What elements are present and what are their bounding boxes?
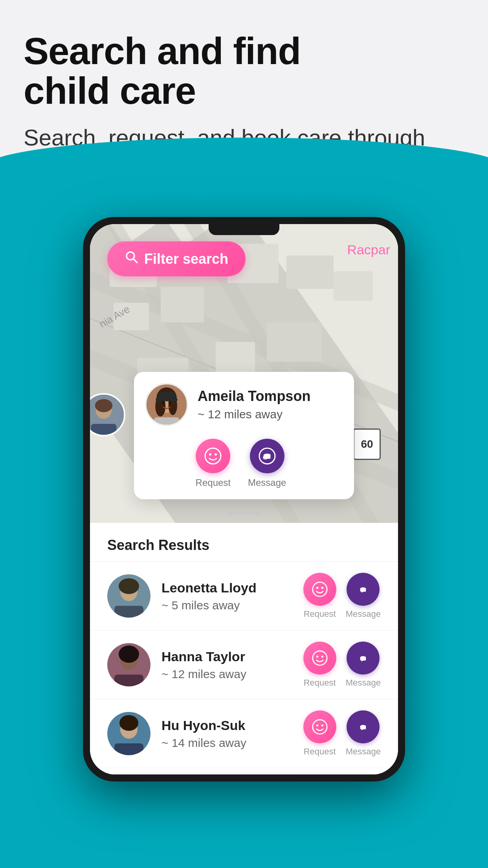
result-request-action-3: Request [303,710,336,757]
svg-rect-13 [286,256,334,289]
result-name-2: Hanna Taylor [161,649,292,664]
filter-search-button[interactable]: Filter search [107,241,246,276]
svg-point-51 [316,656,318,658]
page-wrapper: Search and find child care Search, reque… [0,0,488,868]
result-message-label-2: Message [346,678,381,688]
phone-notch [209,224,279,235]
result-name-1: Leonetta Lloyd [161,580,292,596]
svg-rect-15 [267,322,322,362]
result-avatar-2 [107,643,150,686]
results-section: Search Results Leonetta Ll [90,523,398,774]
result-actions-3: Request Message [303,710,381,757]
results-header: Search Results [90,523,398,562]
svg-point-27 [162,401,165,405]
result-message-button-1[interactable] [347,573,380,606]
result-message-action-1: Message [346,573,381,619]
result-request-action-2: Request [303,642,336,688]
main-title: Search and find child care [24,31,464,111]
popup-request-button[interactable] [196,439,230,473]
svg-point-45 [321,587,323,589]
svg-point-31 [209,453,211,456]
popup-request-label: Request [196,477,231,488]
result-name-3: Hu Hyon-Suk [161,718,292,733]
svg-point-44 [316,587,318,589]
svg-point-58 [316,725,318,726]
result-message-button-3[interactable] [347,710,380,743]
result-distance-2: ~ 12 miles away [161,668,292,681]
result-avatar-3 [107,712,150,755]
result-avatar-1 [107,574,150,618]
svg-point-57 [313,720,327,734]
svg-rect-56 [114,743,143,755]
svg-point-43 [313,582,327,596]
result-request-button-3[interactable] [303,710,336,743]
popup-message-button[interactable] [250,439,284,473]
popup-message-label: Message [248,477,286,488]
result-item: Leonetta Lloyd ~ 5 miles away [90,562,398,631]
profile-card-popup: Ameila Tompson ~ 12 miles away [134,372,354,499]
result-message-button-2[interactable] [347,642,380,675]
svg-point-50 [313,651,327,665]
svg-point-41 [119,578,139,594]
svg-point-55 [119,715,138,731]
map-area: Racpar nia Ave 60 Filter search [90,224,398,523]
result-distance-3: ~ 14 miles away [161,736,292,750]
result-request-action-1: Request [303,573,336,619]
svg-point-48 [119,645,139,663]
result-message-action-3: Message [346,710,381,757]
result-info-1: Leonetta Lloyd ~ 5 miles away [161,580,292,612]
speed-limit-sign: 60 [353,428,381,460]
svg-rect-42 [114,606,143,618]
result-request-label-1: Request [304,609,336,619]
svg-line-19 [133,259,137,263]
phone-frame: Racpar nia Ave 60 Filter search [83,217,405,782]
result-item: Hu Hyon-Suk ~ 14 miles away [90,699,398,768]
result-distance-1: ~ 5 miles away [161,599,292,612]
result-request-label-2: Request [304,678,336,688]
filter-search-label: Filter search [144,251,228,267]
svg-rect-26 [156,399,178,401]
svg-rect-14 [334,271,373,301]
result-item: Hanna Taylor ~ 12 miles away [90,631,398,699]
phone-screen: Racpar nia Ave 60 Filter search [90,224,398,774]
result-message-label-3: Message [346,747,381,757]
search-icon [125,250,139,268]
svg-point-30 [205,448,221,464]
map-label-racpar: Racpar [347,242,390,257]
profile-popup-name: Ameila Tompson [198,388,310,405]
profile-card-actions: Request [196,439,286,488]
drag-handle [228,512,260,515]
svg-point-37 [95,399,113,412]
result-request-button-1[interactable] [303,573,336,606]
result-info-2: Hanna Taylor ~ 12 miles away [161,649,292,681]
profile-popup-info-text: Ameila Tompson ~ 12 miles away [198,388,310,421]
svg-point-52 [321,656,323,658]
popup-message-action: Message [248,439,286,488]
result-request-label-3: Request [304,747,336,757]
profile-popup-avatar [145,383,188,426]
profile-popup-distance: ~ 12 miles away [198,408,310,421]
svg-point-28 [169,401,171,405]
svg-rect-11 [161,287,204,322]
result-actions-2: Request Message [303,642,381,688]
popup-request-action: Request [196,439,231,488]
svg-rect-49 [114,675,143,686]
result-request-button-2[interactable] [303,642,336,675]
result-actions-1: Request Message [303,573,381,619]
svg-rect-29 [154,417,180,425]
phone-area: Racpar nia Ave 60 Filter search [0,217,488,782]
result-info-3: Hu Hyon-Suk ~ 14 miles away [161,718,292,750]
svg-point-32 [215,453,217,456]
svg-point-59 [321,725,323,726]
svg-rect-38 [91,424,117,435]
profile-card-info: Ameila Tompson ~ 12 miles away [145,383,310,426]
svg-rect-16 [216,342,255,373]
result-message-action-2: Message [346,642,381,688]
result-message-label-1: Message [346,609,381,619]
